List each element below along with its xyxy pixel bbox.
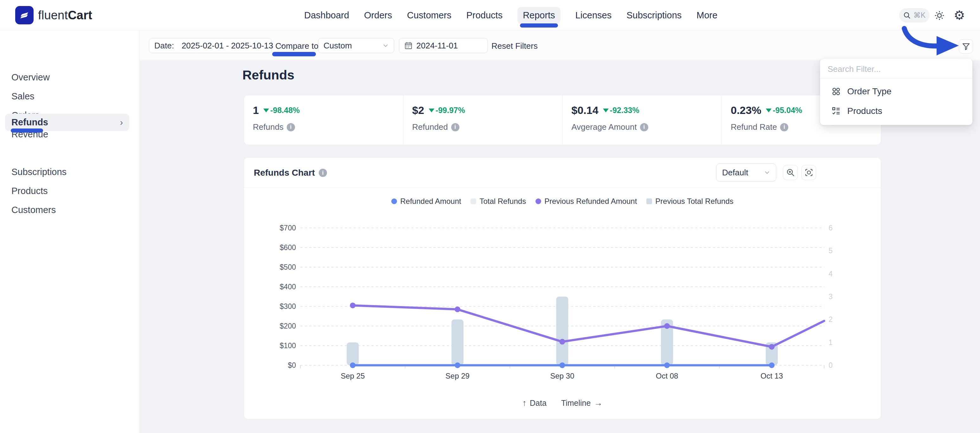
- report-filter-bar: Date: 2025-02-01 - 2025-10-13 Compare to…: [140, 30, 980, 60]
- sidebar-item-customers[interactable]: Customers: [11, 203, 126, 217]
- compare-to-label: Compare to: [275, 41, 318, 51]
- main-nav: Dashboard Orders Customers Products Repo…: [304, 0, 718, 30]
- svg-text:$0: $0: [288, 361, 296, 370]
- stat-refunded-value: $2: [412, 104, 424, 116]
- sidebar-item-refunds[interactable]: Refunds ›: [5, 114, 129, 131]
- triangle-down-icon: [603, 109, 609, 113]
- nav-licenses[interactable]: Licenses: [575, 10, 611, 21]
- nav-active-underline: [520, 24, 558, 27]
- sidebar-item-sales[interactable]: Sales: [11, 89, 126, 103]
- stat-refunds: 1 -98.48% Refundsi: [244, 95, 403, 144]
- stat-average-amount: $0.14 -92.33% Avgerage Amounti: [562, 95, 722, 144]
- page-title: Refunds: [242, 68, 294, 82]
- svg-text:$500: $500: [280, 263, 296, 271]
- svg-text:$400: $400: [280, 283, 296, 291]
- svg-text:$600: $600: [280, 243, 296, 252]
- compare-mode-select[interactable]: Custom: [318, 38, 394, 53]
- calendar-icon: [404, 41, 412, 50]
- info-icon[interactable]: i: [451, 123, 460, 132]
- stat-refund-rate-delta: -95.04%: [766, 106, 802, 115]
- stat-refunded-delta: -99.97%: [429, 106, 465, 115]
- compare-mode-value: Custom: [323, 41, 352, 51]
- gear-icon: ⚙: [954, 9, 965, 22]
- svg-text:$300: $300: [280, 302, 296, 311]
- chart-filter-button[interactable]: [959, 39, 973, 54]
- info-icon[interactable]: i: [780, 123, 788, 132]
- nav-orders[interactable]: Orders: [364, 10, 392, 21]
- nav-more[interactable]: More: [697, 10, 718, 21]
- svg-text:Oct 08: Oct 08: [656, 371, 678, 380]
- nav-subscriptions[interactable]: Subscriptions: [627, 10, 681, 21]
- svg-text:2: 2: [829, 315, 833, 324]
- svg-text:Oct 13: Oct 13: [760, 371, 783, 380]
- filter-option-label: Order Type: [847, 86, 892, 97]
- theme-toggle-button[interactable]: [933, 9, 946, 22]
- search-shortcut-label: ⌘K: [913, 11, 926, 20]
- stat-refunded-label: Refunded: [412, 122, 448, 132]
- sidebar-active-underline: [11, 128, 43, 133]
- nav-reports-label: Reports: [523, 10, 555, 20]
- filter-search-input[interactable]: [827, 62, 964, 76]
- svg-text:Sep 25: Sep 25: [340, 371, 365, 380]
- chevron-right-icon: ›: [120, 117, 123, 128]
- reports-sidebar: Overview Sales Orders Revenue Refunds › …: [0, 30, 139, 433]
- checklist-icon: [831, 106, 841, 116]
- top-bar: fluentCart Dashboard Orders Customers Pr…: [0, 0, 980, 30]
- order-type-icon: [831, 87, 841, 96]
- sidebar-item-subscriptions[interactable]: Subscriptions: [11, 165, 126, 179]
- refund-stats-card: 1 -98.48% Refundsi $2 -99.97% Refundedi …: [243, 95, 881, 145]
- sidebar-refunds-label: Refunds: [11, 117, 48, 127]
- filter-option-label: Products: [847, 106, 882, 116]
- arrow-right-icon: →: [594, 398, 602, 408]
- stat-average-amount-delta: -92.33%: [603, 106, 640, 115]
- nav-products[interactable]: Products: [466, 10, 503, 21]
- filter-dropdown-panel: Order Type Products: [820, 59, 972, 125]
- stat-refunds-value: 1: [253, 104, 259, 116]
- filter-option-order-type[interactable]: Order Type: [824, 82, 968, 100]
- stat-refunds-label: Refunds: [253, 122, 283, 132]
- sidebar-item-products[interactable]: Products: [11, 184, 126, 198]
- date-range-picker[interactable]: Date: 2025-02-01 - 2025-10-13: [149, 38, 272, 53]
- svg-text:$100: $100: [280, 341, 296, 350]
- reset-filters-button[interactable]: Reset Filters: [492, 41, 538, 51]
- filter-option-products[interactable]: Products: [824, 102, 968, 120]
- svg-text:3: 3: [829, 292, 833, 301]
- arrow-up-icon: ↑: [522, 398, 527, 408]
- triangle-down-icon: [263, 109, 269, 113]
- settings-button[interactable]: ⚙: [953, 8, 966, 22]
- svg-text:1: 1: [829, 338, 833, 347]
- brand-logo-icon: [15, 6, 33, 24]
- svg-text:5: 5: [829, 247, 833, 255]
- brand-name: fluentCart: [38, 8, 92, 22]
- info-icon[interactable]: i: [640, 123, 648, 132]
- stat-refunded: $2 -99.97% Refundedi: [403, 95, 562, 144]
- svg-text:Sep 29: Sep 29: [445, 371, 469, 380]
- svg-text:0: 0: [829, 361, 833, 370]
- sidebar-item-overview[interactable]: Overview: [11, 70, 126, 84]
- compare-date-input[interactable]: 2024-11-01: [399, 38, 488, 53]
- search-icon: [903, 12, 911, 19]
- date-label: Date:: [154, 41, 174, 51]
- nav-dashboard[interactable]: Dashboard: [304, 10, 349, 21]
- triangle-down-icon: [429, 109, 434, 113]
- sun-icon: [934, 10, 945, 21]
- stat-refund-rate-value: 0.23%: [731, 104, 761, 116]
- refunds-chart-card: Refunds Charti Default Refunded Amount T…: [243, 157, 881, 419]
- brand-logo[interactable]: fluentCart: [15, 6, 92, 25]
- nav-customers[interactable]: Customers: [407, 10, 452, 21]
- refunds-chart-plot[interactable]: $700$600$500$400$300$200$100$06543210Sep…: [244, 158, 881, 420]
- nav-reports[interactable]: Reports: [517, 7, 560, 24]
- chart-data-toggle[interactable]: ↑Data: [522, 398, 547, 408]
- stat-refunds-delta: -98.48%: [263, 106, 300, 115]
- chart-timeline-toggle[interactable]: Timeline→: [561, 398, 603, 408]
- svg-text:6: 6: [829, 224, 833, 232]
- funnel-filter-icon: [962, 43, 970, 51]
- info-icon[interactable]: i: [287, 123, 295, 132]
- svg-text:Sep 30: Sep 30: [550, 371, 574, 380]
- global-search-button[interactable]: ⌘K: [899, 8, 930, 22]
- stat-refund-rate-label: Refund Rate: [731, 122, 777, 132]
- triangle-down-icon: [766, 109, 772, 113]
- chart-footer: ↑Data Timeline→: [244, 398, 881, 408]
- svg-text:4: 4: [829, 270, 833, 278]
- stat-average-amount-label: Avgerage Amount: [571, 122, 637, 132]
